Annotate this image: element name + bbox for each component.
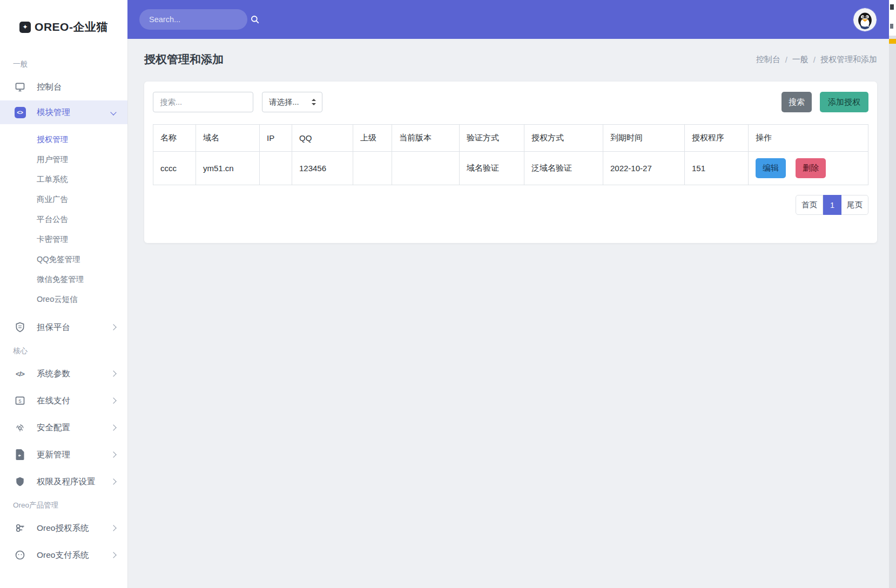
chevron-right-icon	[110, 552, 116, 558]
chevron-right-icon	[110, 478, 116, 484]
col-name: 名称	[153, 125, 196, 152]
cell-actions: 编辑 删除	[749, 152, 868, 185]
file-update-icon	[14, 449, 26, 461]
breadcrumb-separator: /	[785, 55, 787, 64]
filter-select[interactable]: 请选择...	[262, 92, 322, 112]
topbar-search	[139, 9, 247, 30]
search-button[interactable]: 搜索	[782, 92, 812, 112]
authorization-card: 请选择... 搜索 添加授权	[144, 82, 877, 243]
sidebar-item-guarantee[interactable]: 担保平台	[0, 314, 127, 341]
sidebar-section-core: 核心	[0, 341, 127, 360]
table-row: cccc ym51.cn 123456 域名验证 泛域名验证 2022-10-2…	[153, 152, 868, 185]
key-icon	[14, 522, 26, 534]
table-search-input[interactable]	[153, 92, 253, 112]
col-auth-program: 授权程序	[685, 125, 749, 152]
modules-submenu: 授权管理 用户管理 工单系统 商业广告 平台公告 卡密管理 QQ免签管理 微信免…	[0, 124, 127, 314]
chevron-down-icon	[110, 109, 116, 115]
select-caret-icon	[311, 98, 316, 106]
sidebar-item-oreo-pay-system[interactable]: Oreo支付系统	[0, 542, 127, 569]
submenu-item-authorization[interactable]: 授权管理	[0, 130, 127, 150]
sidebar-item-label: Oreo支付系统	[37, 550, 111, 561]
breadcrumb-separator: /	[813, 55, 816, 64]
submenu-item-qq-nosign[interactable]: QQ免签管理	[0, 249, 127, 269]
pagination: 首页 1 尾页	[796, 195, 868, 215]
cell-ip	[260, 152, 292, 185]
add-authorization-button[interactable]: 添加授权	[820, 92, 868, 112]
sidebar-item-label: 控制台	[37, 82, 116, 93]
sidebar-item-label: 安全配置	[37, 422, 111, 434]
main-area: 授权管理和添加 控制台 / 一般 / 授权管理和添加 请选择...	[127, 0, 896, 588]
submenu-item-cardkeys[interactable]: 卡密管理	[0, 229, 127, 249]
code-box-icon: <>	[14, 106, 26, 118]
brand-name: OREO-企业猫	[35, 19, 108, 35]
submenu-item-users[interactable]: 用户管理	[0, 150, 127, 170]
submenu-item-oreo-sms[interactable]: Oreo云短信	[0, 289, 127, 309]
brand[interactable]: ✦ OREO-企业猫	[0, 0, 127, 54]
breadcrumb: 控制台 / 一般 / 授权管理和添加	[756, 55, 877, 65]
col-domain: 域名	[196, 125, 260, 152]
table-header-row: 名称 域名 IP QQ 上级 当前版本 验证方式 授权方式 到期时间 授权程序 …	[153, 125, 868, 152]
col-qq: QQ	[292, 125, 353, 152]
sidebar-item-security-config[interactable]: 安全配置	[0, 414, 127, 441]
cell-domain: ym51.cn	[196, 152, 260, 185]
cell-version	[392, 152, 460, 185]
sidebar-item-modules[interactable]: <> 模块管理	[0, 100, 127, 124]
sidebar-item-update-management[interactable]: 更新管理	[0, 441, 127, 468]
col-version: 当前版本	[392, 125, 460, 152]
sidebar-item-label: 系统参数	[37, 368, 111, 380]
monitor-icon	[14, 81, 26, 93]
sidebar-item-console[interactable]: 控制台	[0, 73, 127, 100]
col-auth-method: 授权方式	[524, 125, 603, 152]
fingerprint-icon	[14, 422, 26, 434]
sidebar-item-label: 权限及程序设置	[37, 476, 111, 488]
pagination-page-1[interactable]: 1	[823, 195, 841, 215]
cell-qq: 123456	[292, 152, 353, 185]
filter-select-value: 请选择...	[269, 97, 299, 107]
sidebar: ✦ OREO-企业猫 一般 控制台 <> 模块管理 授权管理 用户管理 工单系统…	[0, 0, 127, 588]
window-edge-artifact	[889, 0, 896, 588]
breadcrumb-general[interactable]: 一般	[792, 55, 809, 65]
sidebar-item-oreo-auth-system[interactable]: Oreo授权系统	[0, 515, 127, 542]
cell-verify-method: 域名验证	[460, 152, 524, 185]
pagination-last[interactable]: 尾页	[841, 195, 868, 215]
sidebar-item-system-params[interactable]: </> 系统参数	[0, 360, 127, 387]
circle-face-icon	[14, 549, 26, 561]
sidebar-item-label: Oreo授权系统	[37, 523, 111, 534]
topbar	[127, 0, 896, 39]
sidebar-item-label: 在线支付	[37, 395, 111, 407]
topbar-search-input[interactable]	[149, 15, 250, 24]
submenu-item-tickets[interactable]: 工单系统	[0, 170, 127, 190]
shield-icon	[14, 476, 26, 488]
col-actions: 操作	[749, 125, 868, 152]
chevron-right-icon	[110, 424, 116, 430]
breadcrumb-console[interactable]: 控制台	[756, 55, 780, 65]
filter-row: 请选择... 搜索 添加授权	[153, 92, 868, 112]
col-parent: 上级	[353, 125, 392, 152]
sidebar-item-permissions[interactable]: 权限及程序设置	[0, 468, 127, 495]
sidebar-item-label: 担保平台	[37, 322, 111, 333]
search-icon[interactable]	[250, 15, 260, 24]
sidebar-section-oreo-products: Oreo产品管理	[0, 495, 127, 515]
brand-badge-icon: ✦	[19, 22, 31, 33]
submenu-item-announcements[interactable]: 平台公告	[0, 209, 127, 229]
page-content: 授权管理和添加 控制台 / 一般 / 授权管理和添加 请选择...	[127, 39, 896, 588]
col-verify-method: 验证方式	[460, 125, 524, 152]
code-icon: </>	[14, 368, 26, 380]
app-root: ✦ OREO-企业猫 一般 控制台 <> 模块管理 授权管理 用户管理 工单系统…	[0, 0, 896, 588]
sidebar-item-online-payment[interactable]: 5 在线支付	[0, 387, 127, 414]
svg-text:5: 5	[18, 398, 21, 404]
payment-icon: 5	[14, 395, 26, 407]
submenu-item-ads[interactable]: 商业广告	[0, 190, 127, 209]
pagination-first[interactable]: 首页	[796, 195, 823, 215]
col-expire-time: 到期时间	[603, 125, 685, 152]
shield-badge-icon	[14, 321, 26, 333]
submenu-item-wechat-nosign[interactable]: 微信免签管理	[0, 269, 127, 289]
chevron-right-icon	[110, 370, 116, 376]
cell-auth-program: 151	[685, 152, 749, 185]
qq-penguin-avatar[interactable]	[853, 8, 877, 31]
sidebar-section-general: 一般	[0, 54, 127, 73]
chevron-right-icon	[110, 525, 116, 531]
sidebar-item-label: 模块管理	[37, 107, 111, 118]
delete-button[interactable]: 删除	[796, 158, 826, 178]
edit-button[interactable]: 编辑	[756, 158, 786, 178]
